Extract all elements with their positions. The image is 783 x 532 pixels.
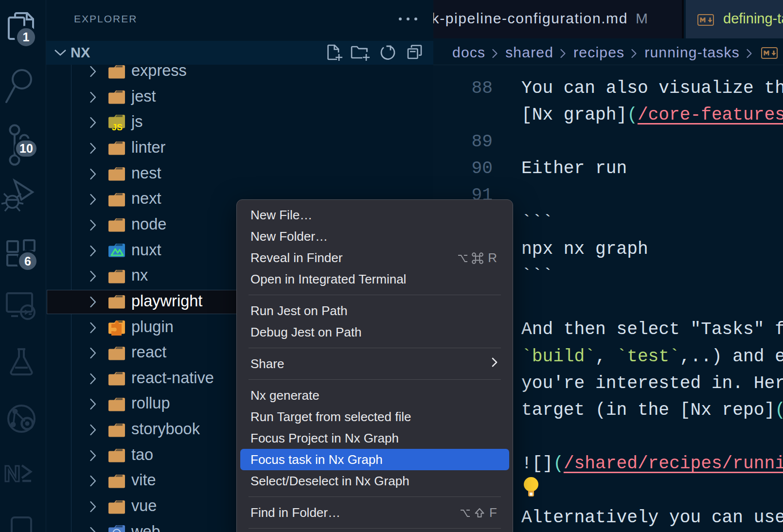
svg-text:JS: JS (112, 123, 123, 131)
